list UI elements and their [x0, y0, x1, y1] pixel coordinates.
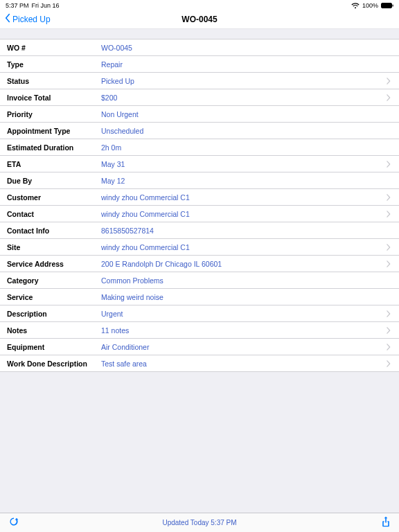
row-label: Service: [7, 293, 101, 301]
row-label: Category: [7, 276, 101, 285]
detail-row[interactable]: Customerwindy zhou Commercial C1: [0, 189, 399, 206]
row-label: Service Address: [7, 260, 101, 268]
row-label: Work Done Description: [7, 360, 101, 368]
detail-row[interactable]: Invoice Total$200: [0, 89, 399, 106]
chevron-right-icon: [387, 161, 391, 168]
row-value: May 12: [101, 177, 391, 185]
chevron-right-icon: [387, 244, 391, 251]
detail-row[interactable]: StatusPicked Up: [0, 73, 399, 89]
row-value: Common Problems: [101, 276, 391, 285]
row-label: WO #: [7, 44, 101, 52]
detail-row[interactable]: EquipmentAir Conditioner: [0, 339, 399, 355]
status-left: 5:37 PM Fri Jun 16: [6, 2, 60, 9]
row-label: ETA: [7, 160, 101, 168]
updated-label: Updated Today 5:37 PM: [0, 519, 399, 526]
row-label: Estimated Duration: [7, 143, 101, 152]
chevron-right-icon: [387, 360, 391, 367]
detail-row[interactable]: Service Address200 E Randolph Dr Chicago…: [0, 256, 399, 272]
detail-row: ServiceMaking weird noise: [0, 289, 399, 305]
chevron-right-icon: [387, 94, 391, 101]
detail-row[interactable]: DescriptionUrgent: [0, 305, 399, 322]
share-button[interactable]: [381, 516, 391, 530]
row-value: windy zhou Commercial C1: [101, 210, 382, 218]
row-value: May 31: [101, 160, 382, 168]
row-value: Non Urgent: [101, 110, 391, 118]
detail-list: WO #WO-0045TypeRepairStatusPicked UpInvo…: [0, 39, 399, 372]
detail-row: CategoryCommon Problems: [0, 272, 399, 289]
chevron-right-icon: [387, 78, 391, 85]
row-label: Appointment Type: [7, 127, 101, 135]
detail-row: TypeRepair: [0, 56, 399, 73]
chevron-right-icon: [387, 327, 391, 334]
chevron-left-icon: [3, 13, 12, 25]
wifi-icon: [351, 3, 360, 9]
share-icon: [381, 516, 391, 530]
detail-row: PriorityNon Urgent: [0, 106, 399, 123]
back-button[interactable]: Picked Up: [3, 13, 51, 25]
detail-row: WO #WO-0045: [0, 39, 399, 56]
row-value: $200: [101, 94, 382, 102]
row-value: Unscheduled: [101, 127, 391, 135]
detail-row: Contact Info8615850527814: [0, 222, 399, 239]
row-label: Customer: [7, 193, 101, 202]
row-value: Test safe area: [101, 360, 382, 368]
bottom-toolbar: Updated Today 5:37 PM: [0, 513, 399, 532]
refresh-icon: [8, 516, 19, 530]
row-value: Air Conditioner: [101, 343, 382, 351]
row-label: Notes: [7, 326, 101, 335]
row-label: Invoice Total: [7, 94, 101, 102]
row-label: Equipment: [7, 343, 101, 351]
svg-rect-1: [393, 5, 393, 7]
row-value: Making weird noise: [101, 293, 391, 301]
battery-icon: [381, 3, 393, 8]
chevron-right-icon: [387, 194, 391, 201]
detail-row[interactable]: Notes11 notes: [0, 322, 399, 339]
row-label: Due By: [7, 177, 101, 185]
detail-row: Estimated Duration2h 0m: [0, 139, 399, 156]
row-label: Contact: [7, 210, 101, 218]
chevron-right-icon: [387, 310, 391, 317]
row-value: 2h 0m: [101, 143, 391, 152]
row-label: Site: [7, 243, 101, 251]
detail-row[interactable]: Work Done DescriptionTest safe area: [0, 355, 399, 372]
chevron-right-icon: [387, 344, 391, 351]
chevron-right-icon: [387, 211, 391, 218]
svg-rect-0: [382, 3, 392, 8]
detail-row[interactable]: Sitewindy zhou Commercial C1: [0, 239, 399, 256]
detail-row[interactable]: ETAMay 31: [0, 156, 399, 172]
row-value: windy zhou Commercial C1: [101, 243, 382, 251]
nav-bar: Picked Up WO-0045: [0, 10, 399, 29]
status-right: 100%: [351, 2, 393, 9]
row-label: Status: [7, 77, 101, 85]
status-bar: 5:37 PM Fri Jun 16 100%: [0, 0, 399, 10]
chevron-right-icon: [387, 260, 391, 267]
page-title: WO-0045: [181, 15, 217, 24]
detail-row[interactable]: Contactwindy zhou Commercial C1: [0, 206, 399, 222]
row-value: WO-0045: [101, 44, 391, 52]
row-label: Contact Info: [7, 227, 101, 235]
row-value: Urgent: [101, 310, 382, 318]
row-value: 11 notes: [101, 326, 382, 335]
row-value: 8615850527814: [101, 227, 391, 235]
row-label: Priority: [7, 110, 101, 118]
row-label: Description: [7, 310, 101, 318]
detail-row: Appointment TypeUnscheduled: [0, 123, 399, 139]
refresh-button[interactable]: [8, 516, 19, 530]
row-label: Type: [7, 60, 101, 69]
battery-percent: 100%: [362, 2, 378, 9]
detail-row: Due ByMay 12: [0, 172, 399, 189]
status-time: 5:37 PM: [6, 2, 29, 9]
row-value: windy zhou Commercial C1: [101, 193, 382, 202]
back-label: Picked Up: [12, 15, 51, 24]
row-value: 200 E Randolph Dr Chicago IL 60601: [101, 260, 382, 268]
row-value: Picked Up: [101, 77, 382, 85]
status-date: Fri Jun 16: [32, 2, 60, 9]
row-value: Repair: [101, 60, 391, 69]
